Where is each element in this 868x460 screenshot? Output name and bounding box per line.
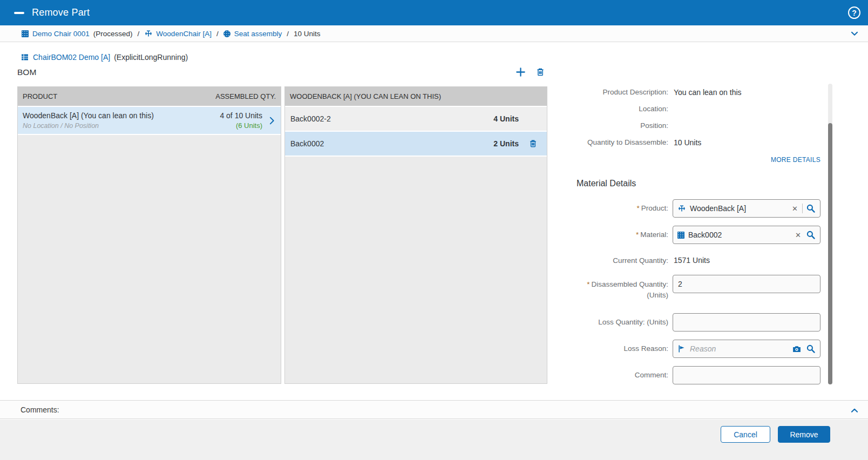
- material-icon: [677, 232, 684, 239]
- components-table-header: PRODUCT ASSEMBLED QTY.: [18, 87, 281, 107]
- header-bar: Remove Part ?: [0, 0, 868, 25]
- loss-qty-input[interactable]: [673, 313, 820, 332]
- product-field-label: Product:: [641, 204, 668, 212]
- material-field-value: Back0002: [688, 231, 792, 239]
- details-scrollbar-track[interactable]: [828, 84, 832, 384]
- disassembled-qty-label2: (Units): [647, 291, 668, 299]
- materials-table: WOODENBACK [A] (YOU CAN LEAN ON THIS) Ba…: [284, 86, 547, 384]
- sfc-status: (Processed): [93, 30, 133, 38]
- bom-header: ChairBOM02 Demo [A] (ExplicitLongRunning…: [17, 53, 547, 77]
- operation-link[interactable]: Seat assembly: [234, 30, 282, 38]
- product-field[interactable]: WoodenBack [A] ✕: [673, 199, 820, 218]
- dash-icon: [14, 12, 24, 14]
- materials-table-empty-area: [285, 157, 547, 383]
- add-component-button[interactable]: [516, 67, 526, 77]
- remove-button[interactable]: Remove: [778, 426, 830, 443]
- product-field-value: WoodenBack [A]: [690, 204, 789, 213]
- product-description-value: You can lean on this: [674, 88, 742, 97]
- comment-input[interactable]: [673, 366, 820, 384]
- clear-x-icon[interactable]: ✕: [789, 205, 801, 213]
- search-icon[interactable]: [806, 230, 816, 240]
- required-marker: *: [636, 204, 639, 212]
- material-qty: 4 Units: [493, 114, 519, 123]
- components-table: PRODUCT ASSEMBLED QTY. WoodenBack [A] (Y…: [17, 86, 281, 384]
- material-row-back0002[interactable]: Back0002 2 Units: [285, 132, 547, 157]
- disassembled-qty-label: Disassembled Quantity:: [591, 280, 668, 288]
- component-qty-extra: (6 Units): [220, 121, 262, 130]
- component-row-woodenback[interactable]: WoodenBack [A] (You can lean on this) No…: [18, 107, 281, 135]
- position-label: Position:: [573, 121, 668, 130]
- disassembled-qty-input[interactable]: [673, 275, 820, 293]
- flag-icon: [677, 344, 686, 353]
- sfc-link[interactable]: Demo Chair 0001: [32, 30, 90, 38]
- remove-part-screen: Remove Part ? Demo Chair 0001 (Processed…: [0, 0, 868, 460]
- bom-tables: PRODUCT ASSEMBLED QTY. WoodenBack [A] (Y…: [17, 86, 547, 384]
- more-details-link[interactable]: MORE DETAILS: [771, 156, 820, 164]
- comments-label: Comments:: [21, 405, 59, 414]
- product-icon: [677, 204, 686, 213]
- loss-reason-field[interactable]: [673, 340, 820, 358]
- qty-to-disassemble-label: Quantity to Disassemble:: [573, 138, 668, 146]
- camera-icon[interactable]: [792, 344, 802, 354]
- details-panel: Product Description: You can lean on thi…: [573, 84, 820, 393]
- bom-table-icon: [21, 53, 29, 62]
- loss-qty-label: Loss Quantity: (Units): [573, 317, 668, 328]
- material-details-title: Material Details: [577, 179, 820, 188]
- product-icon: [144, 29, 153, 38]
- loss-reason-input[interactable]: [690, 344, 792, 353]
- help-icon[interactable]: ?: [848, 6, 860, 19]
- bom-link[interactable]: ChairBOM02 Demo [A]: [33, 53, 110, 62]
- details-scrollbar-thumb[interactable]: [828, 123, 832, 384]
- breadcrumb-separator: /: [138, 30, 140, 38]
- material-name: Back0002: [290, 139, 493, 148]
- delete-material-button[interactable]: [519, 139, 547, 148]
- material-qty: 2 Units: [493, 139, 519, 148]
- materials-table-header: WOODENBACK [A] (YOU CAN LEAN ON THIS): [285, 87, 547, 107]
- col-product: PRODUCT: [23, 92, 57, 100]
- component-qty: 4 of 10 Units: [220, 111, 262, 120]
- plus-icon: [516, 67, 526, 77]
- sfc-icon: [22, 30, 29, 37]
- breadcrumb-quantity: 10 Units: [294, 30, 321, 38]
- delete-component-button[interactable]: [535, 67, 545, 77]
- trash-icon: [535, 67, 545, 77]
- breadcrumb-operation[interactable]: Seat assembly: [223, 30, 282, 38]
- chevron-down-icon[interactable]: [850, 29, 859, 38]
- col-assembled-qty: ASSEMBLED QTY.: [215, 92, 276, 100]
- chevron-up-icon[interactable]: [850, 405, 859, 415]
- material-row-back0002-2[interactable]: Back0002-2 4 Units: [285, 107, 547, 132]
- bom-type: (ExplicitLongRunning): [114, 53, 188, 62]
- breadcrumb-separator: /: [287, 30, 289, 38]
- loss-reason-label: Loss Reason:: [573, 343, 668, 354]
- required-marker: *: [587, 280, 589, 288]
- comments-bar: Comments:: [0, 400, 868, 419]
- chevron-right-icon[interactable]: [267, 116, 276, 125]
- breadcrumb-sfc[interactable]: Demo Chair 0001 (Processed): [22, 30, 133, 38]
- component-location: No Location / No Position: [23, 122, 220, 130]
- clear-x-icon[interactable]: ✕: [792, 231, 804, 239]
- comment-label: Comment:: [573, 370, 668, 381]
- required-marker: *: [636, 231, 639, 239]
- page-title: Remove Part: [32, 7, 90, 18]
- material-field[interactable]: Back0002 ✕: [673, 226, 820, 244]
- search-icon[interactable]: [806, 344, 816, 354]
- material-field-label: Material:: [640, 231, 668, 239]
- footer-bar: Cancel Remove: [0, 420, 868, 460]
- qty-to-disassemble-value: 10 Units: [674, 138, 701, 147]
- breadcrumb-separator: /: [216, 30, 219, 38]
- trash-icon: [528, 139, 538, 148]
- current-qty-label: Current Quantity:: [573, 256, 668, 265]
- materials-header-label: WOODENBACK [A] (YOU CAN LEAN ON THIS): [290, 92, 441, 100]
- component-product: WoodenBack [A] (You can lean on this): [23, 111, 220, 120]
- material-name: Back0002-2: [290, 114, 493, 123]
- current-qty-value: 1571 Units: [674, 256, 710, 265]
- bom-section-title: BOM: [17, 67, 36, 77]
- location-label: Location:: [573, 105, 668, 113]
- cancel-button[interactable]: Cancel: [721, 426, 770, 443]
- breadcrumb-product[interactable]: WoodenChair [A]: [144, 29, 212, 38]
- product-description-label: Product Description:: [573, 88, 668, 96]
- operation-icon: [223, 30, 230, 37]
- product-link[interactable]: WoodenChair [A]: [156, 30, 212, 38]
- components-table-empty-area: [18, 135, 281, 383]
- search-icon[interactable]: [806, 204, 816, 213]
